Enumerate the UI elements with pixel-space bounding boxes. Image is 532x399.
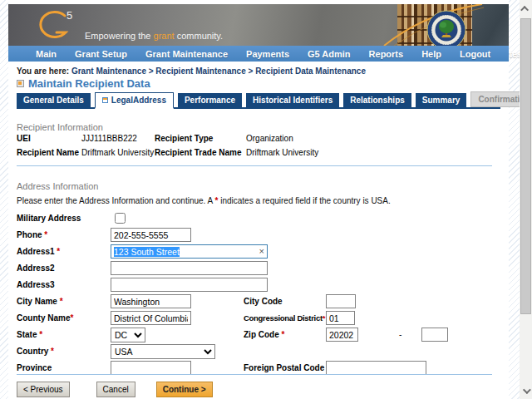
uei-label: UEI <box>17 134 76 143</box>
zip-plus4-input[interactable] <box>421 328 448 342</box>
city-row: City Name * City Code <box>8 293 509 310</box>
address2-row: Address2 <box>8 260 509 277</box>
military-address-row: Military Address <box>8 210 509 227</box>
recipient-type-value: Organization <box>246 134 318 143</box>
tab-legal-address[interactable]: LegalAddress <box>95 92 174 109</box>
department-of-education-seal-icon <box>426 10 466 46</box>
page-title-icon <box>17 80 24 87</box>
cancel-button[interactable]: Cancel <box>96 382 135 397</box>
address1-selected-text: 123 South Street <box>114 247 180 257</box>
recipient-type-label: Recipient Type <box>155 134 241 143</box>
nav-help[interactable]: Help <box>412 49 451 59</box>
title-row: Maintain Recipient Data <box>17 77 150 90</box>
continue-button[interactable]: Continue > <box>156 382 213 397</box>
address3-input[interactable] <box>111 278 268 292</box>
clear-input-icon[interactable]: × <box>259 247 264 256</box>
address-section-title: Address Information <box>17 181 98 191</box>
content-area: 5 Empowering the grant community. Main G… <box>8 0 509 399</box>
previous-button[interactable]: < Previous <box>17 382 70 397</box>
tab-performance[interactable]: Performance <box>178 93 242 107</box>
address1-row: Address1 * 123 South Street × <box>8 244 509 260</box>
nav-reports[interactable]: Reports <box>360 49 413 59</box>
nav-grant-setup[interactable]: Grant Setup <box>66 49 136 59</box>
city-name-input[interactable] <box>111 294 191 308</box>
main-nav: Main Grant Setup Grant Maintenance Payme… <box>8 46 509 62</box>
breadcrumb-prefix: You are here: <box>17 66 71 76</box>
tab-bar: General Details LegalAddress Performance… <box>17 91 500 109</box>
active-tab-icon <box>102 97 108 103</box>
tab-historical-identifiers[interactable]: Historical Identifiers <box>246 93 339 107</box>
page-title: Maintain Recipient Data <box>28 77 150 90</box>
header-banner: 5 Empowering the grant community. <box>8 4 509 46</box>
g5-logo-five: 5 <box>66 9 72 22</box>
province-label: Province <box>17 363 52 372</box>
button-row: < Previous Cancel Continue > <box>17 382 213 397</box>
state-select[interactable]: DC <box>111 328 145 342</box>
address-form: Military Address Phone * Address1 * 123 … <box>8 210 509 377</box>
address2-input[interactable] <box>111 261 268 275</box>
uei-value: JJJ111BBB222 <box>81 134 150 143</box>
state-label: State * <box>17 330 42 339</box>
breadcrumb: You are here: Grant Maintenance > Recipi… <box>17 66 366 76</box>
phone-input[interactable] <box>111 228 191 242</box>
foreign-postal-code-label: Foreign Postal Code <box>244 363 324 372</box>
breadcrumb-links[interactable]: Grant Maintenance > Recipient Maintenanc… <box>71 66 366 76</box>
scrollbar-thumb[interactable] <box>520 18 531 314</box>
nav-payments[interactable]: Payments <box>237 49 298 59</box>
address2-label: Address2 <box>17 264 55 273</box>
recipient-info-grid: UEI JJJ111BBB222 Recipient Type Organiza… <box>17 134 318 157</box>
congressional-district-label: Congressional District* <box>244 313 325 323</box>
address1-input[interactable]: 123 South Street × <box>111 244 268 259</box>
nav-grant-maintenance[interactable]: Grant Maintenance <box>136 49 237 59</box>
county-name-label: County Name* <box>17 313 73 323</box>
recipient-trade-name-value: Driftmark University <box>246 148 318 157</box>
military-address-label: Military Address <box>17 214 81 223</box>
state-row: State * DC Zip Code * - <box>8 327 509 343</box>
nav-g5-admin[interactable]: G5 Admin <box>298 49 360 59</box>
tagline-grant-word: grant <box>154 31 175 41</box>
nav-main[interactable]: Main <box>27 49 66 59</box>
recipient-trade-name-label: Recipient Trade Name <box>155 148 241 157</box>
zip-code-label: Zip Code * <box>244 330 284 339</box>
footer-divider <box>17 374 492 375</box>
address3-label: Address3 <box>17 280 55 289</box>
tab-relationships[interactable]: Relationships <box>343 93 411 107</box>
tab-general-details[interactable]: General Details <box>17 93 91 107</box>
address1-label: Address1 * <box>17 247 60 256</box>
foreign-postal-code-input[interactable] <box>326 361 426 375</box>
zip-separator: - <box>399 330 401 339</box>
zip-code-input[interactable] <box>326 328 358 342</box>
section-divider <box>17 165 492 166</box>
city-code-label: City Code <box>244 297 283 306</box>
scroll-up-icon <box>520 5 529 13</box>
scroll-up-button[interactable] <box>520 2 532 15</box>
phone-row: Phone * <box>8 227 509 244</box>
tagline: Empowering the grant community. <box>85 31 223 41</box>
city-name-label: City Name * <box>17 297 63 306</box>
county-name-input[interactable] <box>111 311 191 325</box>
country-label: Country * <box>17 347 54 356</box>
military-address-checkbox[interactable] <box>115 213 126 224</box>
country-row: Country * USA <box>8 343 509 360</box>
tab-summary[interactable]: Summary <box>416 93 467 107</box>
instructions-text: Please enter the Address Information and… <box>17 196 391 205</box>
scroll-down-icon <box>523 386 531 394</box>
province-input[interactable] <box>111 361 191 375</box>
phone-label: Phone * <box>17 230 47 239</box>
country-select[interactable]: USA <box>111 344 215 359</box>
scroll-down-button[interactable] <box>520 384 532 397</box>
address3-row: Address3 <box>8 277 509 293</box>
recipient-name-label: Recipient Name <box>17 148 76 157</box>
vertical-scrollbar[interactable] <box>520 0 532 399</box>
congressional-district-input[interactable] <box>326 311 355 325</box>
recipient-section-title: Recipient Information <box>17 122 103 132</box>
recipient-name-value: Driftmark University <box>81 148 150 157</box>
county-row: County Name* Congressional District* <box>8 310 509 327</box>
city-code-input[interactable] <box>326 294 356 308</box>
nav-logout[interactable]: Logout <box>451 49 500 59</box>
